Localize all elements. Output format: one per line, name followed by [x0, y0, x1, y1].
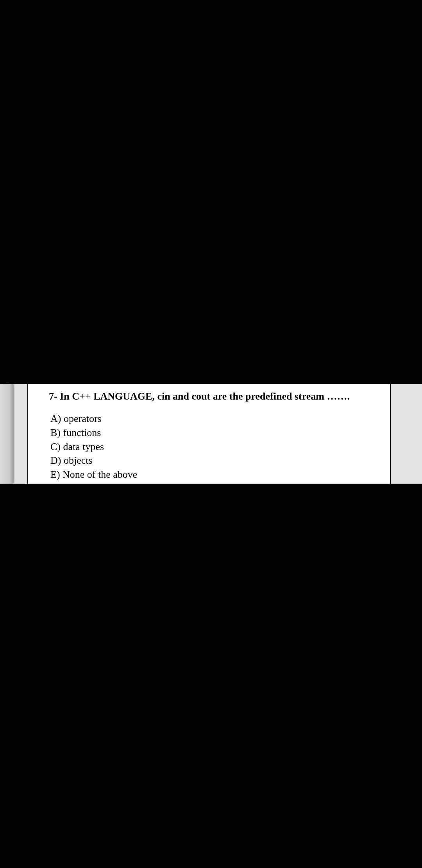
answer-options: A) operators B) functions C) data types … [49, 412, 369, 482]
option-e: E) None of the above [50, 468, 369, 482]
table-border-right [390, 384, 391, 484]
option-letter: A) [50, 412, 61, 426]
adjacent-page-edge [0, 384, 14, 484]
option-letter: D) [50, 454, 61, 468]
question-number: 7- [49, 391, 57, 402]
option-letter: B) [50, 426, 61, 440]
option-c: C) data types [50, 440, 369, 454]
document-row: 7- In C++ LANGUAGE, cin and cout are the… [0, 384, 422, 484]
option-letter: C) [50, 440, 61, 454]
option-text: functions [63, 427, 101, 438]
page-margin-right [408, 384, 422, 484]
option-text: data types [63, 441, 104, 452]
option-text: operators [64, 413, 102, 424]
question-body: In C++ LANGUAGE, cin and cout are the pr… [60, 391, 350, 402]
question-cell: 7- In C++ LANGUAGE, cin and cout are the… [27, 384, 391, 484]
option-letter: E) [50, 468, 60, 482]
option-d: D) objects [50, 454, 369, 468]
table-border-left [27, 384, 28, 484]
option-text: objects [64, 455, 93, 466]
option-text: None of the above [63, 469, 137, 480]
option-a: A) operators [50, 412, 369, 426]
question-prompt: 7- In C++ LANGUAGE, cin and cout are the… [49, 390, 369, 403]
document-strip: 7- In C++ LANGUAGE, cin and cout are the… [0, 384, 422, 484]
option-b: B) functions [50, 426, 369, 440]
